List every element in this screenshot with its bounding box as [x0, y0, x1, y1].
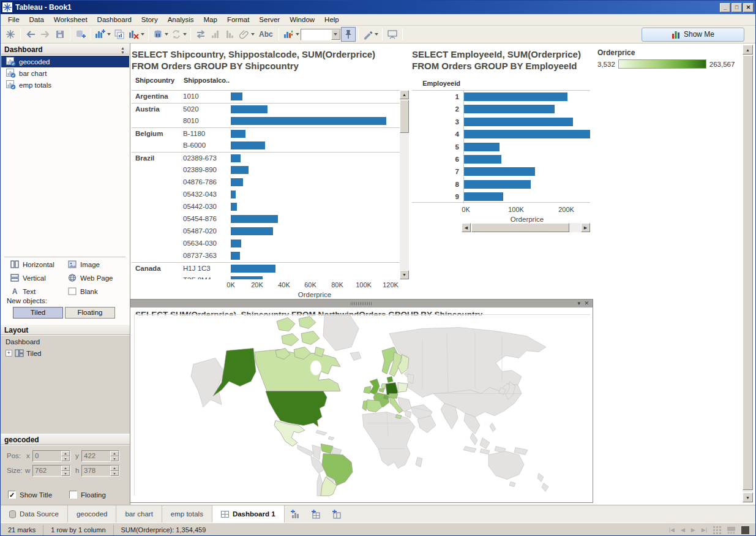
tab-dashboard-1[interactable]: Dashboard 1: [212, 505, 285, 523]
undo-button[interactable]: [23, 27, 38, 42]
first-sheet-icon[interactable]: |◀: [669, 527, 675, 533]
scroll-left-icon[interactable]: ◀: [462, 223, 471, 232]
redo-button[interactable]: [38, 27, 53, 42]
sidebar-worksheet-bar-chart[interactable]: bar chart: [1, 67, 129, 79]
bar-mark[interactable]: [231, 252, 240, 260]
highlight-button[interactable]: [361, 27, 380, 42]
scroll-down-icon[interactable]: ▼: [743, 493, 753, 502]
scrollbar-thumb[interactable]: [400, 100, 409, 133]
size-h-field[interactable]: 378▲▼: [81, 465, 119, 477]
refresh-button[interactable]: [170, 27, 188, 42]
close-button[interactable]: ✕: [743, 3, 754, 12]
menu-item-window[interactable]: Window: [285, 15, 320, 25]
scrollbar-thumb[interactable]: [471, 223, 569, 232]
pos-y-field[interactable]: 422▲▼: [81, 450, 119, 462]
object-blank[interactable]: Blank: [68, 287, 98, 295]
group-members-button[interactable]: [238, 27, 256, 42]
sheet-sorter-icon[interactable]: [713, 526, 721, 534]
new-story-tab-button[interactable]: [326, 505, 347, 523]
menu-item-server[interactable]: Server: [254, 15, 285, 25]
checkbox-unchecked-icon[interactable]: [69, 491, 77, 499]
object-vertical[interactable]: Vertical: [10, 274, 46, 282]
scroll-up-icon[interactable]: ▲: [400, 90, 409, 99]
last-sheet-icon[interactable]: ▶|: [702, 527, 707, 533]
show-labels-button[interactable]: Abc: [256, 27, 276, 42]
new-worksheet-tab-button[interactable]: [285, 505, 305, 523]
layout-tree-node-tiled[interactable]: + Tiled: [6, 349, 42, 357]
bar-mark[interactable]: [231, 166, 249, 174]
bar-mark[interactable]: [464, 155, 501, 164]
menu-item-file[interactable]: File: [3, 15, 24, 25]
map-window-titlebar[interactable]: ▾ ✕: [130, 300, 593, 308]
chevron-down-icon[interactable]: ▾: [577, 300, 580, 307]
shippostalcode-column-header[interactable]: Shippostalco..: [184, 77, 230, 84]
tab-bar-chart[interactable]: bar chart: [116, 505, 162, 523]
shipcountry-column-header[interactable]: Shipcountry: [135, 77, 174, 84]
floating-button[interactable]: Floating: [65, 307, 115, 319]
next-sheet-icon[interactable]: ▶: [691, 527, 695, 533]
bar-mark[interactable]: [464, 130, 590, 138]
menu-item-story[interactable]: Story: [137, 15, 163, 25]
checkbox-checked-icon[interactable]: ✓: [8, 491, 16, 499]
fit-combobox[interactable]: [301, 29, 341, 40]
bar-mark[interactable]: [231, 105, 268, 113]
presentation-mode-button[interactable]: [385, 27, 400, 42]
bar-mark[interactable]: [231, 117, 386, 125]
tableau-logo-icon[interactable]: [3, 27, 18, 42]
scrollbar-thumb[interactable]: [743, 55, 753, 490]
swap-axes-button[interactable]: [193, 27, 208, 42]
menu-item-worksheet[interactable]: Worksheet: [49, 15, 92, 25]
menu-item-dashboard[interactable]: Dashboard: [92, 15, 137, 25]
show-tabs-icon[interactable]: [741, 526, 749, 534]
bar-mark[interactable]: [231, 240, 241, 247]
object-text[interactable]: A Text: [10, 287, 36, 295]
employeeid-column-header[interactable]: Employeeid: [422, 80, 460, 87]
menu-item-analysis[interactable]: Analysis: [163, 15, 199, 25]
bar-mark[interactable]: [464, 105, 555, 113]
country-ireland[interactable]: [364, 387, 371, 394]
pos-x-field[interactable]: 0▲▼: [32, 450, 70, 462]
country-denmark[interactable]: [387, 377, 393, 383]
fit-selector-icon[interactable]: [282, 27, 301, 42]
prev-sheet-icon[interactable]: ◀: [681, 527, 685, 533]
size-w-field[interactable]: 762▲▼: [32, 465, 70, 477]
bar-mark[interactable]: [464, 92, 567, 101]
new-worksheet-button[interactable]: [93, 27, 112, 42]
tab-geocoded[interactable]: geocoded: [68, 505, 117, 523]
spinner-icon[interactable]: ▲▼: [110, 451, 119, 461]
expand-icon[interactable]: +: [6, 350, 12, 357]
tab-emp-totals[interactable]: emp totals: [162, 505, 212, 523]
sidebar-worksheet-emp-totals[interactable]: emp totals: [1, 79, 129, 91]
object-image[interactable]: Image: [68, 260, 100, 268]
object-web-page[interactable]: Web Page: [68, 274, 113, 282]
floating-checkbox[interactable]: Floating: [69, 491, 106, 499]
show-title-checkbox[interactable]: ✓Show Title: [8, 491, 52, 499]
choropleth-map-svg[interactable]: [135, 315, 591, 496]
new-dashboard-tab-button[interactable]: [305, 505, 326, 523]
scroll-up-icon[interactable]: ▲: [743, 45, 753, 55]
pause-updates-button[interactable]: [151, 27, 170, 42]
close-icon[interactable]: ✕: [584, 300, 589, 307]
bar-mark[interactable]: [464, 143, 500, 151]
splitter-icon[interactable]: ▲▼: [121, 46, 125, 55]
object-horizontal[interactable]: Horizontal: [10, 260, 54, 268]
scroll-right-icon[interactable]: ▶: [581, 223, 590, 232]
menu-item-format[interactable]: Format: [222, 15, 254, 25]
spinner-icon[interactable]: ▲▼: [61, 466, 70, 476]
bar-mark[interactable]: [464, 192, 503, 201]
bar-mark[interactable]: [231, 154, 241, 162]
bar-mark[interactable]: [231, 191, 236, 198]
bar-mark[interactable]: [231, 92, 242, 100]
clear-sheet-button[interactable]: [127, 27, 146, 42]
layout-tree-root[interactable]: Dashboard: [6, 338, 40, 345]
scroll-down-icon[interactable]: ▼: [400, 270, 409, 279]
bar-mark[interactable]: [231, 276, 263, 279]
new-data-source-button[interactable]: [73, 27, 88, 42]
country-poland[interactable]: [398, 383, 408, 393]
menu-item-help[interactable]: Help: [320, 15, 344, 25]
filmstrip-icon[interactable]: [727, 526, 735, 534]
bar-mark[interactable]: [231, 203, 237, 211]
duplicate-sheet-button[interactable]: [112, 27, 127, 42]
bar-mark[interactable]: [231, 265, 275, 273]
bar-mark[interactable]: [464, 167, 535, 176]
